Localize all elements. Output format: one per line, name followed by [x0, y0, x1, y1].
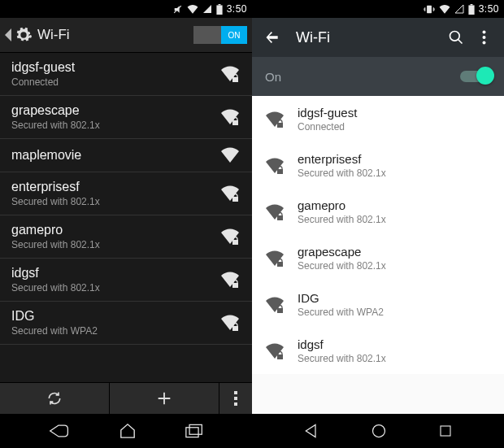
wifi-signal-icon [219, 185, 241, 202]
overflow-icon [233, 391, 238, 406]
nav-home-button[interactable] [119, 423, 137, 439]
refresh-icon [46, 390, 63, 407]
master-switch-row[interactable]: On [252, 57, 504, 96]
network-ssid: gamepro [298, 198, 491, 212]
svg-rect-11 [234, 402, 237, 406]
status-bar: 3:50 [0, 0, 252, 18]
wifi-toggle[interactable]: ON [193, 26, 247, 44]
master-switch-label: On [265, 70, 460, 84]
svg-rect-23 [277, 169, 283, 174]
network-row[interactable]: IDGSecured with WPA2 [0, 302, 252, 345]
nav-back-button[interactable] [49, 423, 70, 439]
network-row[interactable]: maplemovie [0, 139, 252, 172]
network-status: Secured with 802.1x [11, 120, 219, 131]
nav-back-button[interactable] [303, 423, 319, 439]
svg-line-18 [458, 40, 463, 44]
network-ssid: gamepro [11, 223, 219, 237]
phone-lollipop: 3:50 Wi-Fi On idgsf-guestConnectedenterp… [252, 0, 504, 448]
back-button[interactable] [259, 29, 286, 46]
nav-recents-button[interactable] [185, 424, 203, 438]
arrow-back-icon [264, 29, 280, 46]
svg-rect-22 [277, 123, 283, 128]
svg-rect-8 [232, 326, 238, 331]
cell-signal-icon [454, 4, 464, 14]
network-status: Secured with 802.1x [11, 196, 219, 207]
network-row[interactable]: enterprisesfSecured with 802.1x [0, 172, 252, 215]
network-row[interactable]: gameproSecured with 802.1x [252, 189, 504, 235]
network-ssid: grapescape [298, 245, 491, 259]
network-list: idgsf-guestConnectedgrapescapeSecured wi… [0, 53, 252, 382]
network-list: idgsf-guestConnectedenterprisesfSecured … [252, 96, 504, 414]
svg-point-20 [482, 36, 485, 39]
network-status: Secured with 802.1x [298, 353, 491, 364]
svg-rect-4 [232, 120, 238, 125]
svg-rect-25 [277, 262, 283, 267]
wifi-signal-icon [265, 342, 298, 360]
network-ssid: enterprisesf [11, 180, 219, 194]
svg-rect-15 [468, 5, 474, 15]
overflow-button[interactable] [219, 383, 252, 414]
wifi-signal-icon [265, 296, 298, 314]
svg-rect-27 [277, 354, 283, 359]
network-row[interactable]: idgsf-guestConnected [252, 96, 504, 142]
nav-recents-button[interactable] [438, 424, 453, 438]
wifi-status-icon [187, 4, 198, 14]
network-ssid: idgsf [298, 337, 491, 351]
wifi-signal-icon [219, 65, 241, 83]
network-status: Secured with 802.1x [11, 282, 219, 294]
network-row[interactable]: IDGSecured with WPA2 [252, 281, 504, 328]
clock: 3:50 [479, 3, 499, 15]
network-ssid: grapescape [11, 103, 219, 118]
network-row[interactable]: grapescapeSecured with 802.1x [0, 96, 252, 139]
wifi-signal-icon [219, 228, 241, 246]
nav-home-button[interactable] [371, 423, 387, 439]
wifi-switch[interactable] [460, 71, 491, 82]
svg-rect-12 [186, 428, 198, 437]
svg-point-19 [482, 31, 485, 34]
wifi-signal-icon [265, 157, 298, 175]
up-button[interactable] [0, 26, 37, 44]
back-icon [49, 423, 70, 439]
wifi-signal-icon [219, 146, 241, 164]
network-ssid: idgsf [11, 266, 219, 281]
svg-rect-26 [277, 308, 283, 313]
vibrate-icon [424, 4, 435, 15]
back-icon [303, 423, 319, 439]
network-row[interactable]: idgsf-guestConnected [0, 53, 252, 96]
network-row[interactable]: gameproSecured with 802.1x [0, 215, 252, 259]
svg-rect-6 [232, 240, 238, 245]
svg-rect-14 [427, 5, 432, 12]
wifi-signal-icon [219, 108, 241, 126]
gear-icon [15, 26, 33, 44]
network-row[interactable]: enterprisesfSecured with 802.1x [252, 142, 504, 189]
search-icon [448, 29, 464, 46]
svg-rect-7 [232, 283, 238, 288]
page-title: Wi-Fi [296, 29, 442, 46]
wifi-signal-icon [265, 203, 298, 221]
wifi-status-icon [439, 4, 450, 14]
add-network-button[interactable] [110, 383, 219, 414]
wifi-signal-icon [219, 271, 241, 289]
svg-point-21 [482, 41, 485, 45]
overflow-button[interactable] [470, 30, 497, 45]
network-row[interactable]: idgsfSecured with 802.1x [0, 259, 252, 302]
svg-rect-29 [441, 426, 450, 436]
nav-bar [252, 414, 504, 448]
network-row[interactable]: grapescapeSecured with 802.1x [252, 235, 504, 281]
battery-icon [216, 4, 223, 15]
svg-rect-13 [189, 424, 202, 434]
search-button[interactable] [442, 29, 470, 46]
wifi-signal-icon [265, 111, 298, 128]
svg-rect-5 [232, 197, 238, 202]
svg-rect-24 [277, 215, 283, 220]
svg-rect-3 [232, 77, 238, 82]
network-row[interactable]: idgsfSecured with 802.1x [252, 328, 504, 374]
home-icon [371, 423, 387, 439]
recents-icon [438, 424, 453, 438]
svg-rect-2 [218, 4, 220, 5]
wps-button[interactable] [0, 383, 110, 414]
network-status: Secured with 802.1x [11, 239, 219, 250]
mute-icon [172, 4, 183, 15]
network-status: Secured with WPA2 [11, 325, 219, 337]
cell-signal-icon [202, 4, 212, 14]
